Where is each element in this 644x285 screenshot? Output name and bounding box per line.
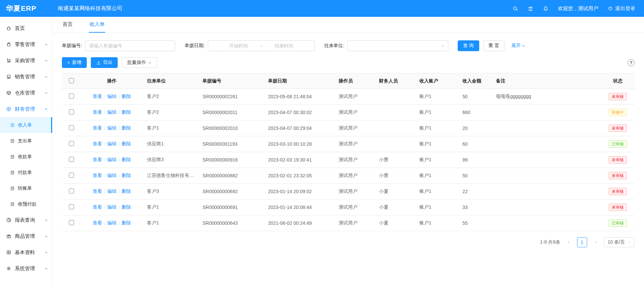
document-icon — [10, 186, 15, 191]
delete-link[interactable]: 删除 — [122, 125, 131, 131]
sidebar-item-income-bill[interactable]: 收入单 — [0, 117, 52, 133]
edit-link[interactable]: 编辑 — [107, 173, 117, 178]
add-button[interactable]: + 新增 — [62, 57, 87, 68]
sidebar-item-warehouse[interactable]: 仓库管理 — [0, 85, 52, 101]
edit-link[interactable]: 编辑 — [107, 157, 117, 162]
company-name: 南通某某网络科技有限公司 — [58, 5, 122, 12]
sidebar-item-retail[interactable]: 零售管理 — [0, 36, 52, 52]
sidebar-item-advance-payment[interactable]: 收预付款 — [0, 196, 52, 212]
view-link[interactable]: 查看 — [93, 157, 102, 162]
delete-link[interactable]: 删除 — [122, 188, 131, 194]
row-checkbox[interactable] — [69, 157, 74, 162]
table-row: 查看编辑删除 客户1 SR00000002010 2023-04-07 00:2… — [62, 120, 635, 136]
bell-icon[interactable] — [543, 6, 548, 11]
row-checkbox[interactable] — [69, 109, 74, 114]
chevron-down-icon — [522, 44, 525, 48]
logout-icon — [608, 6, 613, 11]
view-link[interactable]: 查看 — [93, 141, 102, 146]
home-icon — [6, 26, 11, 31]
expand-link[interactable]: 展开 — [511, 43, 525, 49]
edit-link[interactable]: 编辑 — [107, 204, 117, 210]
logout-button[interactable]: 退出登录 — [608, 5, 635, 12]
sidebar-item-payment-bill[interactable]: 付款单 — [0, 165, 52, 180]
chevron-right-icon[interactable] — [591, 237, 601, 247]
delete-link[interactable]: 删除 — [122, 157, 131, 162]
view-link[interactable]: 查看 — [93, 94, 102, 99]
menu-label: 财务管理 — [15, 106, 35, 112]
sidebar-item-sales[interactable]: 销售管理 — [0, 69, 52, 85]
row-checkbox[interactable] — [69, 204, 74, 209]
plus-icon: + — [67, 60, 70, 65]
row-checkbox[interactable] — [69, 188, 74, 193]
cell-finance-staff: 小曹 — [375, 152, 415, 168]
edit-link[interactable]: 编辑 — [107, 141, 117, 146]
bank-icon[interactable] — [528, 6, 533, 11]
sidebar-item-basic-data[interactable]: 基本资料 — [0, 244, 52, 260]
filter-bill-date: 单据日期: ~ — [185, 40, 315, 51]
app-logo[interactable]: 华夏ERP — [0, 4, 52, 13]
view-link[interactable]: 查看 — [93, 204, 102, 210]
export-button[interactable]: 导出 — [91, 57, 118, 68]
cell-remark — [492, 215, 601, 231]
select-all-checkbox[interactable] — [69, 78, 74, 83]
delete-link[interactable]: 删除 — [122, 220, 131, 225]
sidebar-item-goods[interactable]: 商品管理 — [0, 228, 52, 244]
date-start-input[interactable] — [219, 43, 259, 49]
sidebar-item-finance[interactable]: 财务管理 — [0, 101, 52, 117]
status-badge: 未审核 — [609, 204, 627, 211]
topbar: 华夏ERP 南通某某网络科技有限公司 欢迎您，测试用户 退出登录 — [0, 0, 644, 17]
chevron-left-icon[interactable] — [564, 237, 574, 247]
delete-link[interactable]: 删除 — [122, 173, 131, 178]
row-checkbox[interactable] — [69, 220, 74, 225]
cell-operator: 测试用户 — [335, 89, 375, 105]
col-amount: 收入金额 — [458, 73, 492, 89]
row-checkbox[interactable] — [69, 125, 74, 130]
row-checkbox[interactable] — [69, 94, 74, 99]
date-end-input[interactable] — [264, 43, 304, 49]
tab-home[interactable]: 首页 — [62, 17, 73, 33]
partner-select[interactable] — [347, 40, 448, 51]
delete-link[interactable]: 删除 — [122, 141, 131, 146]
table-header-row: 操作 往来单位 单据编号 单据日期 操作员 财务人员 收入账户 收入金额 备注 … — [62, 73, 635, 89]
search-button[interactable]: 查 询 — [458, 40, 479, 51]
sidebar-item-system[interactable]: 系统管理 — [0, 260, 52, 277]
divider — [105, 126, 105, 130]
edit-link[interactable]: 编辑 — [107, 220, 117, 225]
view-link[interactable]: 查看 — [93, 109, 102, 115]
delete-link[interactable]: 删除 — [122, 204, 131, 210]
edit-link[interactable]: 编辑 — [107, 94, 117, 99]
bill-no-input[interactable] — [85, 40, 175, 51]
reset-button[interactable]: 重 置 — [483, 40, 505, 51]
help-icon[interactable]: ? — [628, 59, 635, 66]
view-link[interactable]: 查看 — [93, 220, 102, 225]
col-bill-date: 单据日期 — [264, 73, 335, 89]
date-range-picker[interactable]: ~ — [208, 40, 315, 51]
sidebar-item-home[interactable]: 首页 — [0, 20, 52, 36]
sidebar-item-purchase[interactable]: 采购管理 — [0, 52, 52, 69]
edit-link[interactable]: 编辑 — [107, 125, 117, 131]
edit-link[interactable]: 编辑 — [107, 188, 117, 194]
view-link[interactable]: 查看 — [93, 188, 102, 194]
cell-amount: 60 — [458, 136, 492, 152]
topbar-right: 欢迎您，测试用户 退出登录 — [513, 5, 644, 12]
sidebar-item-receipt-bill[interactable]: 收款单 — [0, 149, 52, 165]
batch-actions-button[interactable]: 批量操作 — [122, 57, 157, 68]
page-size-select[interactable]: 10 条/页 — [604, 237, 635, 247]
sidebar-item-report[interactable]: 报表查询 — [0, 212, 52, 228]
page-number-button[interactable]: 1 — [577, 237, 587, 247]
search-icon[interactable] — [513, 6, 518, 11]
delete-link[interactable]: 删除 — [122, 94, 131, 99]
delete-link[interactable]: 删除 — [122, 109, 131, 115]
view-link[interactable]: 查看 — [93, 125, 102, 131]
edit-link[interactable]: 编辑 — [107, 109, 117, 115]
view-link[interactable]: 查看 — [93, 173, 102, 178]
row-checkbox[interactable] — [69, 173, 74, 178]
col-remark: 备注 — [492, 73, 601, 89]
cell-operator: 测试用户 — [335, 200, 375, 215]
row-select-cell — [62, 168, 81, 184]
status-badge: 未审核 — [609, 188, 627, 195]
sidebar-item-expense-bill[interactable]: 支出单 — [0, 133, 52, 149]
tab-income-bill[interactable]: 收入单 — [89, 17, 105, 33]
sidebar-item-transfer-bill[interactable]: 转账单 — [0, 180, 52, 196]
row-checkbox[interactable] — [69, 141, 74, 146]
